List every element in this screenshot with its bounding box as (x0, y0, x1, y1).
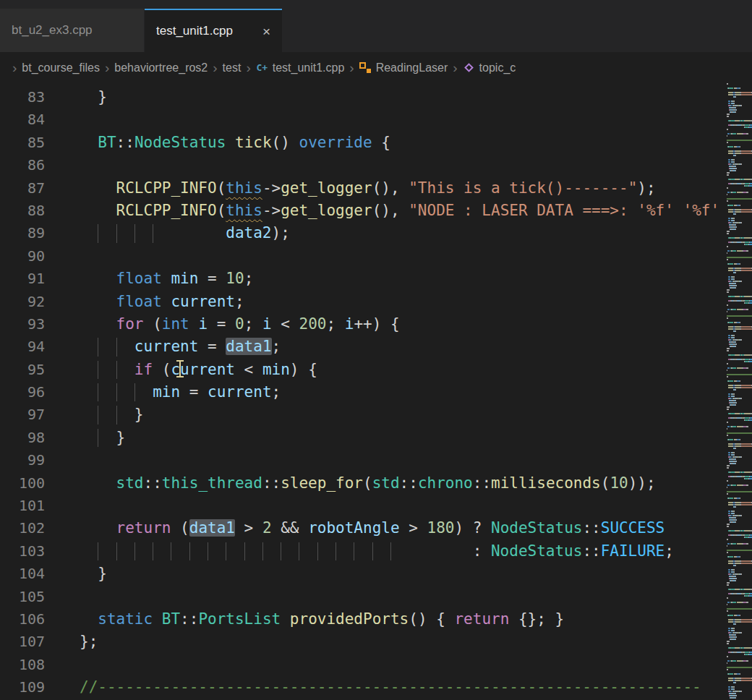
line-number[interactable]: 109 (0, 676, 45, 699)
line-number[interactable]: 108 (0, 654, 45, 676)
code-line-85[interactable]: 85 BT::NodeStatus tick() override { (0, 132, 725, 154)
breadcrumb-item-behaviortree-ros2[interactable]: behaviortree_ros2 (114, 61, 208, 74)
line-number[interactable]: 89 (0, 222, 45, 244)
minimap-segment (727, 250, 730, 252)
minimap-segment (734, 513, 735, 514)
breadcrumb-item-bt-course-files[interactable]: bt_course_files (22, 61, 100, 74)
code-token: current (208, 383, 272, 401)
minimap-segment (727, 140, 752, 141)
code-line-93[interactable]: 93 for (int i = 0; i < 200; i++) { (0, 313, 725, 336)
line-number[interactable]: 84 (0, 108, 45, 131)
minimap-segment (727, 582, 730, 584)
code-token (80, 474, 116, 492)
code-line-107[interactable]: 107}; (0, 631, 725, 653)
minimap-segment (727, 194, 727, 195)
chevron-right-icon: › (12, 60, 17, 76)
line-number[interactable]: 91 (0, 268, 45, 290)
code-token: = (208, 315, 235, 333)
line-number[interactable]: 105 (0, 586, 45, 608)
line-number[interactable]: 93 (0, 313, 45, 336)
code-line-103[interactable]: 103 : NodeStatus::FAILURE; (0, 540, 725, 563)
line-number[interactable]: 87 (0, 177, 45, 200)
minimap-row (727, 118, 752, 119)
code-line-100[interactable]: 100 std::this_thread::sleep_for(std::chr… (0, 472, 725, 495)
tab-bt_u2_ex3[interactable]: bt_u2_ex3.cpp (0, 9, 145, 52)
code-line-105[interactable]: 105 (0, 586, 725, 608)
code-line-101[interactable]: 101 (0, 495, 725, 517)
line-number[interactable]: 94 (0, 336, 45, 358)
close-icon[interactable]: × (262, 25, 270, 38)
indent-guide (98, 542, 98, 560)
code-line-104[interactable]: 104 } (0, 563, 725, 585)
code-token: = (198, 338, 226, 355)
code-line-83[interactable]: 83 } (0, 86, 725, 108)
minimap[interactable] (725, 83, 752, 700)
breadcrumb-item-test-unit1-cpp[interactable]: C+test_unit1.cpp (256, 61, 345, 74)
code-line-84[interactable]: 84 (0, 108, 725, 131)
line-number[interactable]: 101 (0, 495, 45, 517)
line-number[interactable]: 103 (0, 540, 45, 563)
line-number[interactable]: 98 (0, 427, 45, 449)
line-number[interactable]: 100 (0, 472, 45, 495)
code-line-97[interactable]: 97 } (0, 404, 725, 426)
minimap-segment (740, 222, 743, 223)
minimap-segment (740, 556, 740, 558)
minimap-row (727, 389, 752, 390)
line-text (80, 654, 725, 676)
minimap-segment (737, 485, 742, 486)
code-line-106[interactable]: 106 static BT::PortsList providedPorts()… (0, 608, 725, 631)
code-line-89[interactable]: 89 data2); (0, 222, 725, 244)
code-line-92[interactable]: 92 float current; (0, 291, 725, 313)
minimap-row (727, 168, 752, 169)
code-line-87[interactable]: 87 RCLCPP_INFO(this->get_logger(), "This… (0, 177, 725, 200)
breadcrumb-item-test[interactable]: test (223, 61, 242, 74)
minimap-row (727, 450, 752, 451)
minimap-segment (740, 281, 743, 282)
line-number[interactable]: 90 (0, 245, 45, 268)
minimap-row (727, 196, 752, 197)
code-line-102[interactable]: 102 return (data1 > 2 && robotAngle > 18… (0, 517, 725, 539)
code-line-96[interactable]: 96 min = current; (0, 381, 725, 404)
tab-test_unit1[interactable]: test_unit1.cpp × (145, 9, 282, 52)
line-number[interactable]: 92 (0, 291, 45, 313)
line-number[interactable]: 86 (0, 154, 45, 176)
line-number[interactable]: 85 (0, 132, 45, 154)
line-number[interactable]: 88 (0, 200, 45, 222)
code-line-88[interactable]: 88 RCLCPP_INFO(this->get_logger(), "NODE… (0, 200, 725, 222)
code-token: 10 (610, 474, 628, 492)
line-number[interactable]: 99 (0, 449, 45, 471)
minimap-row (727, 283, 752, 284)
code-line-99[interactable]: 99 (0, 449, 725, 471)
code-line-94[interactable]: 94 current = data1; (0, 336, 725, 358)
code-line-90[interactable]: 90 (0, 245, 725, 268)
code-token: data2 (226, 224, 271, 242)
breadcrumb-label: ReadingLaser (376, 61, 448, 74)
minimap-segment (735, 576, 736, 577)
minimap-row (727, 209, 752, 210)
line-number[interactable]: 83 (0, 86, 45, 108)
breadcrumb-item-readinglaser[interactable]: ReadingLaser (359, 61, 448, 74)
minimap-segment (736, 519, 738, 521)
code-line-95[interactable]: 95 if (current < min) { (0, 359, 725, 381)
line-number[interactable]: 102 (0, 517, 45, 539)
line-number[interactable]: 106 (0, 608, 45, 631)
code-editor[interactable]: 83 }8485 BT::NodeStatus tick() override … (0, 83, 725, 700)
line-number[interactable]: 96 (0, 381, 45, 404)
minimap-row (727, 541, 752, 542)
minimap-segment (728, 276, 730, 278)
line-number[interactable]: 107 (0, 631, 45, 653)
code-line-91[interactable]: 91 float min = 10; (0, 268, 725, 290)
line-number[interactable]: 95 (0, 359, 45, 381)
minimap-row (727, 530, 752, 532)
minimap-segment (727, 174, 729, 176)
code-token: ( (363, 474, 372, 492)
minimap-segment (727, 465, 730, 466)
code-line-108[interactable]: 108 (0, 654, 725, 676)
line-number[interactable]: 104 (0, 563, 45, 585)
minimap-row (727, 643, 752, 644)
code-line-98[interactable]: 98 } (0, 427, 725, 449)
line-number[interactable]: 97 (0, 404, 45, 426)
code-line-86[interactable]: 86 (0, 154, 725, 176)
code-line-109[interactable]: 109//-----------------------------------… (0, 676, 725, 699)
breadcrumb-item-topic-c[interactable]: topic_c (463, 61, 516, 74)
